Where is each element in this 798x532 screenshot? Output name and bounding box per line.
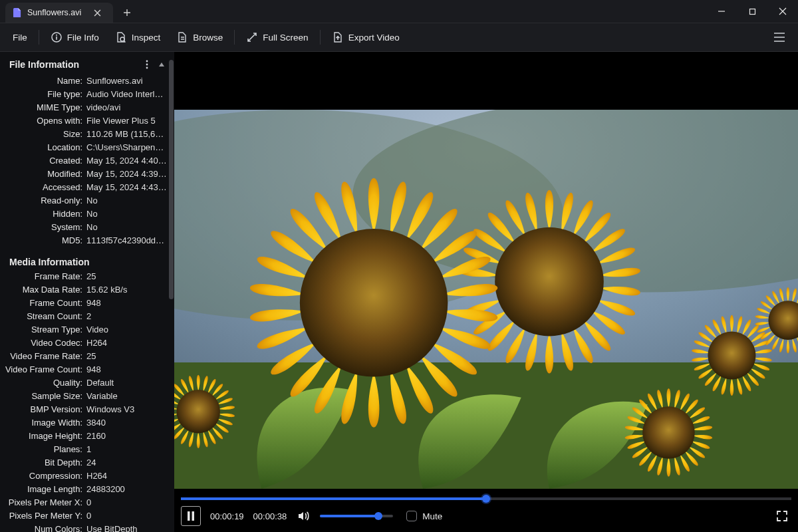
- info-row: Bit Depth:24: [0, 456, 174, 469]
- inspect-button[interactable]: Inspect: [108, 27, 168, 47]
- info-row: BMP Version:Windows V3: [0, 403, 174, 416]
- info-row: Accessed:May 15, 2024 4:43 PM: [0, 181, 174, 194]
- volume-icon[interactable]: [296, 509, 311, 523]
- toolbar-separator: [39, 30, 39, 45]
- info-label: Created:: [0, 154, 86, 168]
- file-info-button[interactable]: File Info: [43, 27, 106, 47]
- info-label: Stream Type:: [0, 323, 86, 336]
- file-menu[interactable]: File: [5, 29, 35, 47]
- svg-rect-14: [192, 511, 195, 521]
- info-value: 2160: [86, 430, 168, 443]
- info-row: Video Codec:H264: [0, 336, 174, 350]
- info-value: May 15, 2024 4:43 PM: [86, 181, 168, 194]
- info-row: Image Length:24883200: [0, 483, 174, 496]
- browse-label: Browse: [193, 33, 223, 43]
- info-row: Modified:May 15, 2024 4:39 PM: [0, 168, 174, 181]
- body: File Information Name:Sunflowers.aviFile…: [0, 52, 798, 532]
- info-label: Image Length:: [0, 483, 86, 496]
- info-row: Video Frame Count:948: [0, 363, 174, 376]
- volume-fill: [320, 515, 378, 517]
- toolbar: File File Info Inspect Browse Full: [0, 23, 798, 52]
- app-window: Sunflowers.avi File: [0, 0, 798, 532]
- expand-icon: [246, 31, 258, 43]
- export-video-label: Export Video: [348, 33, 400, 43]
- video-viewport[interactable]: [174, 52, 798, 497]
- current-time: 00:00:19: [210, 511, 244, 521]
- close-button[interactable]: [767, 0, 798, 23]
- toolbar-separator: [234, 30, 235, 45]
- info-value: No: [86, 207, 168, 221]
- info-value: H264: [86, 469, 168, 483]
- svg-rect-13: [188, 511, 190, 521]
- info-value: 110.26 MB (115,618,362 by...: [86, 128, 168, 141]
- info-list[interactable]: Name:Sunflowers.aviFile type:Audio Video…: [0, 73, 174, 532]
- tab-title: Sunflowers.avi: [27, 8, 81, 17]
- info-row: System:No: [0, 221, 174, 234]
- info-row: Size:110.26 MB (115,618,362 by...: [0, 128, 174, 141]
- svg-point-7: [146, 67, 148, 69]
- info-row: Stream Count:2: [0, 310, 174, 323]
- player-fullscreen-button[interactable]: [773, 507, 791, 525]
- mute-checkbox[interactable]: [406, 511, 417, 521]
- full-screen-label: Full Screen: [263, 33, 308, 43]
- export-video-button[interactable]: Export Video: [325, 27, 407, 47]
- active-tab[interactable]: Sunflowers.avi: [5, 3, 113, 23]
- info-label: System:: [0, 221, 86, 234]
- info-icon: [51, 31, 63, 43]
- minimize-button[interactable]: [706, 0, 737, 23]
- info-row: Num Colors:Use BitDepth: [0, 523, 174, 532]
- seek-handle[interactable]: [482, 495, 490, 503]
- volume-handle[interactable]: [374, 512, 382, 520]
- info-label: Pixels Per Meter Y:: [0, 509, 86, 523]
- info-row: Frame Rate:25: [0, 270, 174, 283]
- info-row: Frame Count:948: [0, 297, 174, 310]
- maximize-button[interactable]: [737, 0, 767, 23]
- info-row: Quality:Default: [0, 376, 174, 390]
- new-tab-button[interactable]: [117, 3, 137, 23]
- svg-point-6: [146, 64, 148, 66]
- info-label: Name:: [0, 74, 86, 88]
- info-value: Sunflowers.avi: [86, 74, 168, 88]
- sidebar: File Information Name:Sunflowers.aviFile…: [0, 52, 174, 532]
- info-value: 15.62 kB/s: [86, 283, 168, 297]
- info-value: 1113f57c42390dd1be811c...: [86, 234, 168, 247]
- info-row: Created:May 15, 2024 4:40 PM: [0, 154, 174, 168]
- browse-button[interactable]: Browse: [169, 27, 230, 47]
- info-row: Stream Type:Video: [0, 323, 174, 336]
- panel-menu-button[interactable]: [140, 57, 154, 72]
- info-value: Audio Video Interleave Fil...: [86, 88, 168, 101]
- info-value: 24: [86, 456, 168, 469]
- info-value: 0: [86, 509, 168, 523]
- scrollbar-thumb[interactable]: [169, 60, 174, 299]
- browse-icon: [176, 31, 188, 43]
- info-value: 948: [86, 363, 168, 376]
- info-row: Video Frame Rate:25: [0, 350, 174, 363]
- inspect-label: Inspect: [132, 33, 161, 43]
- tab-close-button[interactable]: [90, 6, 104, 19]
- info-label: Hidden:: [0, 207, 86, 221]
- volume-slider[interactable]: [320, 515, 393, 517]
- file-info-title: File Information: [9, 59, 79, 70]
- svg-point-5: [146, 61, 148, 63]
- inspect-icon: [115, 31, 127, 43]
- info-label: Compression:: [0, 469, 86, 483]
- info-row: MIME Type:video/avi: [0, 101, 174, 114]
- play-pause-button[interactable]: [181, 506, 201, 526]
- hamburger-menu[interactable]: [766, 29, 793, 46]
- mute-toggle[interactable]: Mute: [406, 511, 442, 521]
- info-row: Hidden:No: [0, 207, 174, 221]
- info-label: Video Frame Rate:: [0, 350, 86, 363]
- svg-rect-0: [749, 9, 755, 14]
- main-panel: 00:00:19 00:00:38 Mute: [174, 52, 798, 532]
- file-icon: [13, 8, 22, 18]
- full-screen-button[interactable]: Full Screen: [239, 27, 315, 47]
- panel-collapse-button[interactable]: [154, 57, 169, 72]
- info-row: Pixels Per Meter X:0: [0, 496, 174, 509]
- mute-label: Mute: [422, 511, 442, 521]
- info-value: Use BitDepth: [86, 523, 168, 532]
- seek-bar[interactable]: [181, 497, 791, 500]
- video-frame-image: [174, 110, 798, 489]
- export-icon: [332, 31, 344, 43]
- sidebar-scrollbar[interactable]: [168, 56, 174, 528]
- info-row: Max Data Rate:15.62 kB/s: [0, 283, 174, 297]
